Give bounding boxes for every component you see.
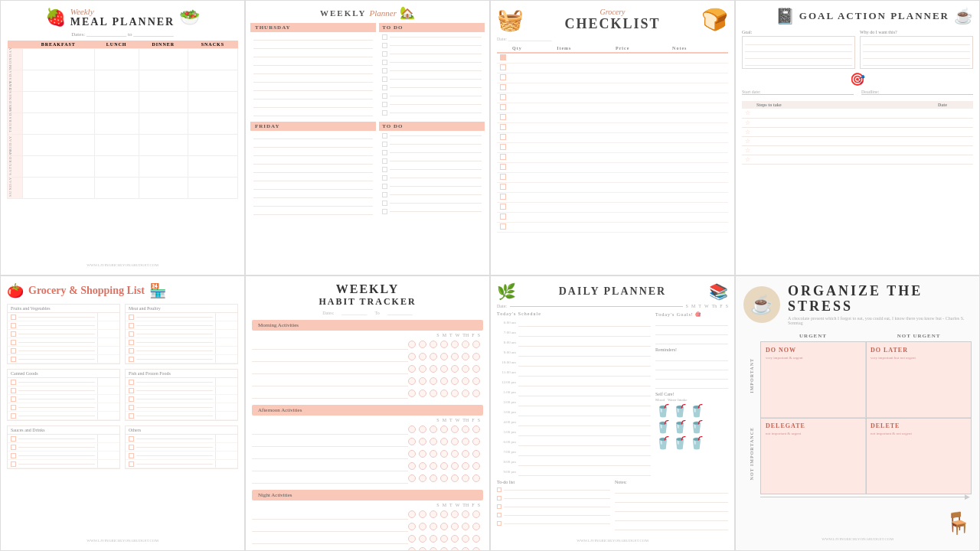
table-row [497,103,728,112]
mood-label: Mood [655,398,665,402]
gc-col-price: Price [612,44,669,53]
morning-days: SMTWTHFS [252,333,483,337]
do-now-desc: very important & urgent [766,356,861,360]
daily-planner-footer: WWW.LIVINGRICHLYONABUDGET.COM [497,537,728,544]
card-grocery-checklist: 🧺 Grocery CHECKLIST 🍞 Date: ____________… [490,0,735,276]
meal-planner-bold-title: MEAL PLANNER [70,16,175,28]
table-row [497,192,728,202]
not-important-axis-label: NOT IMPORTANCE [750,427,754,480]
night-days: SMTWTHFS [252,503,483,507]
morning-section: Morning Activities SMTWTHFS [252,320,483,400]
gc-script-title: Grocery [530,8,695,16]
dp-goals-title: Today's Goals! 🎯 [655,311,728,317]
afternoon-title: Afternoon Activities [252,405,483,416]
afternoon-days: SMTWTHFS [252,418,483,422]
sl-section-others: Others [125,425,238,469]
gp-goal-label: Goal: [742,30,855,34]
table-row [497,53,728,63]
table-row [497,83,728,93]
sp-title: ORGANIZE THE STRESS [788,284,972,315]
table-row [497,132,728,142]
meal-planner-table: BREAKFAST LUNCH DINNER SNACKS MONDAY TUE… [7,41,238,199]
table-row [497,73,728,83]
table-row [497,63,728,73]
card-weekly-planner: WEEKLY Planner 🏡 THURSDAY TO DO [245,0,490,276]
quadrant-delegate: DELEGATE not important & urgent [761,418,866,494]
col-snacks: SNACKS [188,41,237,49]
steps-table: Steps to take Date ☆ ☆ ☆ ☆ ☆ ☆ [742,101,973,165]
gc-bold-title: CHECKLIST [530,16,695,32]
friday-todo-header: TO DO [379,122,485,131]
dp-todo-title: To-do list [497,480,610,484]
eisenhower-matrix: URGENT NOT URGENT IMPORTANT NOT IMPORTAN… [743,333,972,507]
chair-icon: 🪑 [945,510,972,536]
store-icon: 🏪 [149,282,166,299]
gc-col-items: Items [554,44,612,53]
sl-section-fruits: Fruits and Vegetables [7,304,120,364]
card-meal-planner: 🍓 Weekly MEAL PLANNER 🥗 Dates: _________… [0,0,245,276]
ht-dates: Dates: ___________ To ___________ [252,311,483,315]
table-row [497,112,728,122]
ht-title-line1: WEEKLY [252,282,483,296]
sl-grid: Fruits and Vegetables Meat and Poultry C… [7,304,238,469]
tomato-icon: 🍅 [7,282,24,299]
do-now-label: DO NOW [766,347,861,354]
water-icon-7: 🥤 [655,435,671,450]
thursday-todo-header: TO DO [379,23,485,32]
water-icon-2: 🥤 [672,403,688,418]
water-icon-9: 🥤 [689,435,704,450]
water-icon-1: 🥤 [655,403,671,418]
dp-date-label: Date: [497,304,507,308]
gc-date: Date: ___________________ [497,37,728,41]
table-row [497,162,728,172]
urgent-label: URGENT [760,333,866,339]
table-row: ☆ [742,118,973,127]
quadrant-do-now: DO NOW very important & urgent [761,342,866,418]
wp-title: WEEKLY [320,8,367,18]
gc-table: Qty Items Price Notes [497,44,728,233]
table-row: SUNDAY [8,178,238,199]
morning-title: Morning Activities [252,320,483,331]
water-label: Water Intake [668,398,688,402]
not-urgent-label: NOT URGENT [866,333,972,339]
sp-subtitle: A chocolate present which I forgot to ea… [788,316,972,325]
table-row: ☆ [742,109,973,118]
steps-col-date: Date [935,101,973,109]
delegate-label: DELEGATE [766,422,861,429]
meal-planner-footer: WWW.LIVINGRICHLYONABUDGET.COM [7,262,238,269]
meal-planner-date: Dates: _______________ to ______________… [7,31,238,37]
basket-icon: 🧺 [497,7,524,32]
coffee-cup-icon: ☕ [954,7,973,25]
dp-self-care-title: Self Care! [655,392,728,396]
table-row: TUESDAY [8,70,238,92]
table-row [497,142,728,152]
table-row: ☆ [742,145,973,155]
coffee-icon: ☕ [743,286,780,323]
deadline-label: Deadline: [861,90,973,95]
sl-section-sauces: Sauces and Drinks [7,425,120,469]
gp-why-label: Why do I want this? [860,30,973,34]
afternoon-section: Afternoon Activities SMTWTHFS [252,405,483,485]
water-icon-5: 🥤 [672,419,688,434]
table-row: SATURDAY [8,156,238,178]
night-section: Night Activities SMTWTHFS [252,490,483,551]
card-stress-planner: ☕ ORGANIZE THE STRESS A chocolate presen… [735,276,980,551]
card-goal-planner: 📓 GOAL ACTION PLANNER ☕ Goal: Why do I w… [735,0,980,276]
target-icon: 🎯 [850,73,865,86]
water-icon-6: 🥤 [689,419,704,434]
table-row [497,152,728,162]
house-icon: 🏡 [400,5,415,20]
sl-title: Grocery & Shopping List [28,285,145,297]
col-lunch: LUNCH [94,41,139,49]
water-icon-3: 🥤 [689,403,704,418]
friday-label: FRIDAY [255,123,280,129]
shopping-list-footer: WWW.LIVINGRICHLYONABUDGET.COM [7,537,238,544]
dp-title: DAILY PLANNER [521,285,704,298]
meal-planner-script-title: Weekly [70,7,175,16]
delete-desc: not important & not urgent [871,432,966,435]
books-icon: 📚 [709,282,728,301]
table-row [497,122,728,132]
table-row [497,93,728,103]
salad-icon: 🥗 [179,8,200,28]
sl-section-others-title: Others [126,426,237,435]
